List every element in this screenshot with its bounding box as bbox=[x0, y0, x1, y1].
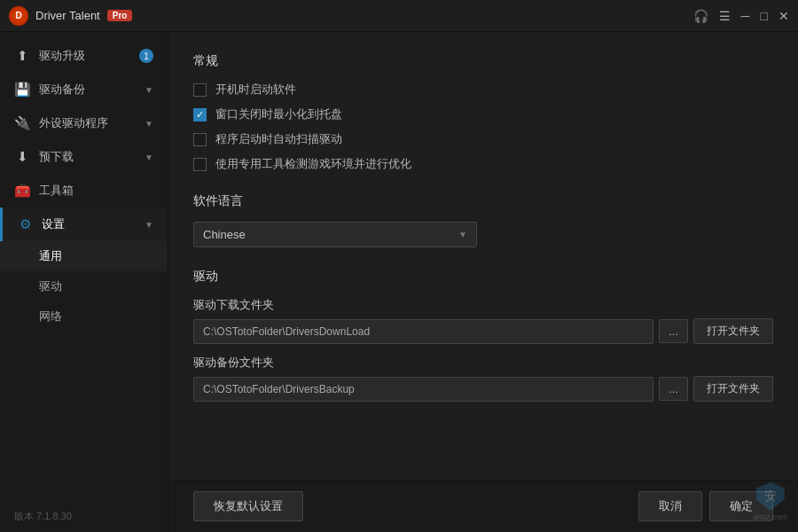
general-section-title: 常规 bbox=[193, 53, 773, 69]
backup-folder-open-button[interactable]: 打开文件夹 bbox=[693, 376, 773, 402]
logo-icon: D bbox=[15, 11, 21, 20]
ok-button[interactable]: 确定 bbox=[709, 491, 773, 521]
menu-icon[interactable]: ☰ bbox=[719, 9, 731, 23]
sidebar-item-label: 预下载 bbox=[39, 149, 74, 165]
download-folder-dots-button[interactable]: ... bbox=[659, 319, 688, 343]
toolbox-icon: 🧰 bbox=[14, 183, 30, 199]
settings-icon: ⚙ bbox=[17, 216, 33, 232]
sidebar-sub-item-network[interactable]: 网络 bbox=[0, 301, 168, 332]
checkbox-optimize-label: 使用专用工具检测游戏环境并进行优化 bbox=[215, 156, 411, 172]
chevron-icon: ▼ bbox=[145, 153, 153, 162]
download-folder-row: ... 打开文件夹 bbox=[193, 318, 773, 344]
headphone-icon[interactable]: 🎧 bbox=[693, 9, 708, 23]
app-logo: D bbox=[9, 6, 28, 26]
cancel-button[interactable]: 取消 bbox=[638, 491, 702, 521]
sidebar-item-driver-backup[interactable]: 💾 驱动备份 ▼ bbox=[0, 73, 168, 106]
sidebar-item-label: 外设驱动程序 bbox=[39, 115, 108, 131]
sidebar: ⬆ 驱动升级 1 💾 驱动备份 ▼ 🔌 外设驱动程序 ▼ ⬇ 预下载 ▼ 🧰 工… bbox=[0, 32, 168, 532]
minimize-icon[interactable]: ─ bbox=[741, 9, 750, 23]
sidebar-item-driver-upgrade[interactable]: ⬆ 驱动升级 1 bbox=[0, 39, 168, 73]
main-layout: ⬆ 驱动升级 1 💾 驱动备份 ▼ 🔌 外设驱动程序 ▼ ⬇ 预下载 ▼ 🧰 工… bbox=[0, 32, 798, 532]
backup-folder-row: ... 打开文件夹 bbox=[193, 376, 773, 402]
driver-section: 驱动 驱动下载文件夹 ... 打开文件夹 驱动备份文件夹 ... 打开文件夹 bbox=[193, 269, 773, 402]
version-label: 版本 7.1.8.30 bbox=[0, 501, 168, 532]
app-title: Driver Talent bbox=[35, 9, 100, 22]
language-section-title: 软件语言 bbox=[193, 193, 773, 209]
sidebar-item-label: 驱动备份 bbox=[39, 82, 85, 98]
sidebar-item-label: 驱动升级 bbox=[39, 48, 85, 64]
chevron-icon: ▼ bbox=[145, 119, 153, 129]
backup-folder-label: 驱动备份文件夹 bbox=[193, 355, 773, 371]
checkbox-autoscan-row[interactable]: 程序启动时自动扫描驱动 bbox=[193, 131, 773, 147]
download-folder-label: 驱动下载文件夹 bbox=[193, 297, 773, 313]
checkbox-startup-label: 开机时启动软件 bbox=[215, 82, 296, 98]
sidebar-sub-item-driver[interactable]: 驱动 bbox=[0, 271, 168, 301]
backup-folder-dots-button[interactable]: ... bbox=[659, 377, 688, 401]
sidebar-sub-item-general[interactable]: 通用 bbox=[0, 241, 168, 271]
external-icon: 🔌 bbox=[14, 115, 30, 131]
window-controls: 🎧 ☰ ─ □ ✕ bbox=[693, 9, 789, 23]
sidebar-item-toolbox[interactable]: 🧰 工具箱 bbox=[0, 174, 168, 207]
sub-item-label: 驱动 bbox=[39, 279, 62, 293]
checkbox-optimize[interactable] bbox=[193, 158, 207, 171]
sidebar-item-download[interactable]: ⬇ 预下载 ▼ bbox=[0, 140, 168, 174]
driver-section-title: 驱动 bbox=[193, 269, 773, 285]
titlebar: D Driver Talent Pro 🎧 ☰ ─ □ ✕ bbox=[0, 0, 798, 32]
checkbox-minimize-row[interactable]: ✓ 窗口关闭时最小化到托盘 bbox=[193, 106, 773, 122]
maximize-icon[interactable]: □ bbox=[761, 9, 768, 23]
restore-defaults-button[interactable]: 恢复默认设置 bbox=[193, 491, 303, 521]
sidebar-item-label: 设置 bbox=[42, 216, 65, 232]
download-icon: ⬇ bbox=[14, 149, 30, 165]
checkbox-minimize-label: 窗口关闭时最小化到托盘 bbox=[215, 106, 342, 122]
sidebar-item-label: 工具箱 bbox=[39, 183, 74, 199]
download-folder-open-button[interactable]: 打开文件夹 bbox=[693, 318, 773, 344]
content-area: 常规 开机时启动软件 ✓ 窗口关闭时最小化到托盘 程序启动时自动扫描驱动 使用专… bbox=[168, 32, 798, 480]
dropdown-arrow-icon: ▼ bbox=[458, 230, 467, 239]
upgrade-icon: ⬆ bbox=[14, 48, 30, 64]
bottom-bar: 恢复默认设置 取消 确定 bbox=[168, 480, 798, 532]
upgrade-badge: 1 bbox=[139, 49, 153, 63]
sidebar-item-external-driver[interactable]: 🔌 外设驱动程序 ▼ bbox=[0, 106, 168, 140]
language-section: 软件语言 Chinese ▼ bbox=[193, 193, 773, 247]
backup-folder-input[interactable] bbox=[193, 377, 653, 402]
download-folder-input[interactable] bbox=[193, 319, 653, 344]
checkbox-startup-row[interactable]: 开机时启动软件 bbox=[193, 82, 773, 98]
general-section: 常规 开机时启动软件 ✓ 窗口关闭时最小化到托盘 程序启动时自动扫描驱动 使用专… bbox=[193, 53, 773, 172]
sidebar-item-settings[interactable]: ⚙ 设置 ▼ bbox=[0, 207, 168, 241]
checkbox-autoscan[interactable] bbox=[193, 133, 207, 146]
language-selected-label: Chinese bbox=[203, 228, 246, 241]
sub-item-label: 网络 bbox=[39, 309, 62, 323]
language-dropdown[interactable]: Chinese ▼ bbox=[193, 222, 477, 247]
checkbox-optimize-row[interactable]: 使用专用工具检测游戏环境并进行优化 bbox=[193, 156, 773, 172]
pro-badge: Pro bbox=[107, 10, 133, 21]
sub-item-label: 通用 bbox=[39, 249, 62, 262]
checkbox-autoscan-label: 程序启动时自动扫描驱动 bbox=[215, 131, 342, 147]
backup-icon: 💾 bbox=[14, 82, 30, 98]
checkbox-startup[interactable] bbox=[193, 83, 207, 97]
chevron-icon: ▼ bbox=[145, 220, 153, 230]
checkbox-minimize[interactable]: ✓ bbox=[193, 108, 207, 121]
chevron-icon: ▼ bbox=[145, 85, 153, 95]
close-icon[interactable]: ✕ bbox=[778, 9, 789, 23]
